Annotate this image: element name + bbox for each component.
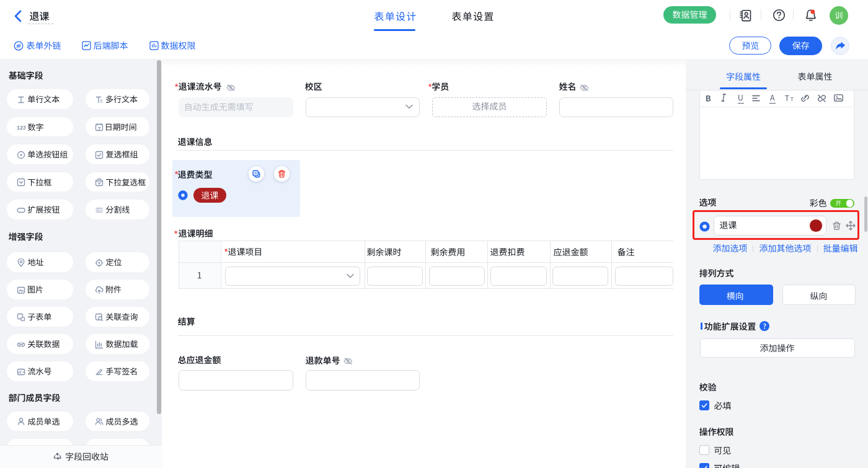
svg-text:123: 123 xyxy=(17,125,25,131)
